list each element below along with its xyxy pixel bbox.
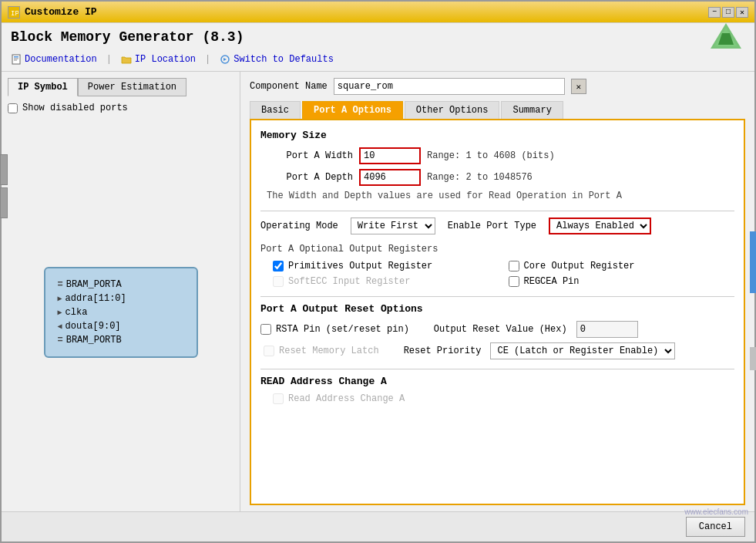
- bram-portb-label: BRAM_PORTB: [66, 335, 122, 346]
- documentation-link[interactable]: Documentation: [11, 54, 97, 65]
- output-reset-section: Port A Output Reset Options RSTA Pin (se…: [260, 303, 734, 359]
- douta-label: douta[9:0]: [66, 321, 121, 332]
- port-a-width-hint: Range: 1 to 4608 (bits): [427, 150, 555, 161]
- reset-memory-latch-checkbox[interactable]: [264, 346, 274, 356]
- minimize-button[interactable]: −: [708, 7, 721, 18]
- softecc-input-register-checkbox[interactable]: [273, 276, 284, 287]
- memory-size-header: Memory Size: [260, 130, 734, 141]
- reset-priority-label: Reset Priority: [404, 346, 482, 356]
- config-panel: Memory Size Port A Width Range: 1 to 460…: [250, 120, 745, 505]
- header-section: Block Memory Generator (8.3) Documentati…: [2, 23, 754, 72]
- regcea-pin-checkbox[interactable]: [509, 276, 519, 287]
- port-a-depth-input[interactable]: [359, 169, 421, 186]
- primitives-output-register-item: Primitives Output Register: [273, 261, 499, 272]
- title-bar-left: IP Customize IP: [8, 6, 97, 19]
- tab-port-a-options[interactable]: Port A Options: [302, 101, 403, 119]
- addra-row: addra[11:0]: [58, 293, 184, 304]
- ip-location-link[interactable]: IP Location: [121, 54, 196, 65]
- addra-label: addra[11:0]: [66, 293, 126, 304]
- reset-memory-row: Reset Memory Latch Reset Priority CE (La…: [260, 342, 734, 359]
- regcea-pin-label: REGCEA Pin: [524, 276, 580, 287]
- right-scrollbar[interactable]: [750, 231, 756, 293]
- window-icon: IP: [8, 6, 20, 19]
- output-reset-header: Port A Output Reset Options: [260, 303, 734, 315]
- switch-defaults-label: Switch to Defaults: [234, 54, 334, 65]
- component-name-label: Component Name: [250, 81, 328, 92]
- core-output-register-label: Core Output Register: [524, 261, 635, 272]
- core-output-register-item: Core Output Register: [509, 261, 735, 272]
- clka-label: clka: [66, 307, 88, 318]
- primitives-output-register-label: Primitives Output Register: [288, 261, 432, 272]
- tab-ip-symbol[interactable]: IP Symbol: [8, 78, 78, 96]
- douta-row: douta[9:0]: [58, 321, 184, 332]
- rsta-pin-checkbox[interactable]: [260, 324, 271, 335]
- left-panel: IP Symbol Power Estimation Show disabled…: [2, 72, 240, 511]
- port-a-depth-hint: Range: 2 to 1048576: [427, 172, 533, 183]
- divider-3: [260, 369, 734, 369]
- reset-value-input[interactable]: [576, 321, 638, 338]
- reset-value-label: Output Reset Value (Hex): [434, 324, 567, 335]
- show-disabled-ports-checkbox[interactable]: [8, 103, 18, 113]
- memory-size-info: The Width and Depth values are used for …: [260, 191, 734, 201]
- primitives-output-register-checkbox[interactable]: [273, 261, 284, 272]
- operating-mode-select[interactable]: Write First Read First No Change: [351, 218, 435, 234]
- porta-equals-icon: [58, 279, 63, 290]
- component-name-input[interactable]: [334, 78, 565, 95]
- svg-text:IP: IP: [11, 10, 18, 17]
- read-address-header: READ Address Change A: [260, 376, 734, 387]
- vivado-logo: [707, 22, 745, 52]
- page-tabs: Basic Port A Options Other Options Summa…: [250, 101, 745, 120]
- regcea-pin-item: REGCEA Pin: [509, 276, 735, 287]
- svg-rect-5: [12, 55, 20, 64]
- separator-1: |: [106, 54, 112, 65]
- close-button[interactable]: ✕: [736, 7, 748, 18]
- documentation-label: Documentation: [25, 54, 97, 65]
- rsta-row: RSTA Pin (set/reset pin) Output Reset Va…: [260, 321, 734, 338]
- show-disabled-ports-label: Show disabled ports: [22, 103, 128, 113]
- reset-memory-latch-label: Reset Memory Latch: [279, 346, 379, 356]
- clka-arrow-icon: [58, 307, 62, 318]
- component-name-row: Component Name ✕: [250, 78, 745, 95]
- tab-basic[interactable]: Basic: [250, 101, 301, 119]
- rsta-pin-label: RSTA Pin (set/reset pin): [276, 324, 409, 335]
- svg-rect-6: [14, 56, 18, 58]
- reset-priority-select[interactable]: CE (Latch or Register Enable) SR (Set/Re…: [490, 342, 675, 359]
- app-title: Block Memory Generator (8.3): [11, 29, 745, 45]
- switch-defaults-link[interactable]: Switch to Defaults: [220, 54, 334, 65]
- softecc-input-register-label: SoftECC Input Register: [288, 276, 410, 287]
- show-disabled-ports-row: Show disabled ports: [8, 103, 234, 113]
- tab-other-options[interactable]: Other Options: [405, 101, 500, 119]
- main-window: IP Customize IP − □ ✕ Block Memory Gener…: [0, 0, 756, 543]
- separator-2: |: [205, 54, 210, 65]
- documentation-icon: [11, 54, 22, 65]
- toolbar: Documentation | IP Location | Switch to …: [11, 51, 745, 68]
- core-output-register-checkbox[interactable]: [509, 261, 519, 272]
- tab-summary[interactable]: Summary: [501, 101, 563, 119]
- svg-rect-7: [14, 59, 18, 59]
- maximize-button[interactable]: □: [722, 7, 734, 18]
- douta-arrow-icon: [58, 321, 62, 332]
- read-address-change-label: Read Address Change A: [288, 393, 405, 404]
- edge-tab-2: [0, 187, 8, 218]
- cancel-button[interactable]: Cancel: [686, 517, 745, 537]
- tab-power-estimation[interactable]: Power Estimation: [78, 78, 186, 96]
- right-scrollbar-2[interactable]: [750, 347, 756, 370]
- symbol-area: BRAM_PORTA addra[11:0] clka douta[9:0]: [8, 120, 234, 505]
- port-a-width-input[interactable]: [359, 147, 421, 164]
- rsta-pin-item: RSTA Pin (set/reset pin): [260, 324, 409, 335]
- folder-icon: [121, 54, 132, 65]
- window-title: Customize IP: [25, 6, 97, 18]
- bram-symbol: BRAM_PORTA addra[11:0] clka douta[9:0]: [44, 267, 198, 358]
- clear-component-name-button[interactable]: ✕: [571, 79, 586, 94]
- svg-rect-8: [14, 60, 17, 61]
- enable-port-type-select[interactable]: Always Enabled Use ENA Pin: [549, 218, 651, 234]
- read-address-section: READ Address Change A Read Address Chang…: [260, 376, 734, 404]
- left-edge-tabs: [0, 154, 8, 218]
- read-address-change-checkbox[interactable]: [273, 393, 284, 404]
- reset-memory-latch-item: Reset Memory Latch: [260, 346, 379, 356]
- bram-portb-row: BRAM_PORTB: [58, 335, 184, 346]
- port-a-depth-row: Port A Depth Range: 2 to 1048576: [260, 169, 734, 186]
- bram-porta-label: BRAM_PORTA: [66, 279, 122, 290]
- addra-arrow-icon: [58, 293, 62, 304]
- enable-port-type-label: Enable Port Type: [448, 221, 536, 231]
